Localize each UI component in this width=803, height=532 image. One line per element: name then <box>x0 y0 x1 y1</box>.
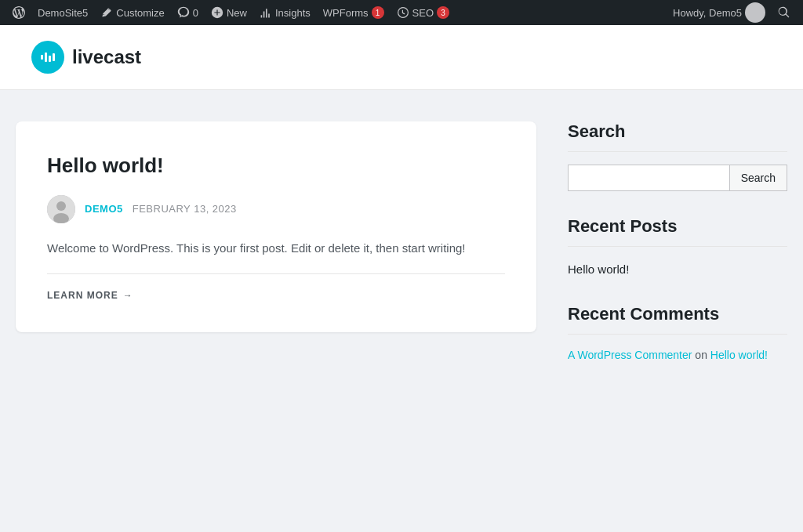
admin-search-button[interactable] <box>772 0 797 25</box>
insights-button[interactable]: Insights <box>253 0 317 25</box>
comments-count: 0 <box>193 7 198 19</box>
recent-posts-widget: Recent Posts Hello world! <box>568 216 787 279</box>
recent-comments-widget: Recent Comments A WordPress Commenter on… <box>568 304 787 364</box>
site-header: livecast <box>0 25 803 90</box>
learn-more-link[interactable]: LEARN MORE → <box>47 290 505 301</box>
search-widget-title: Search <box>568 121 787 152</box>
site-name-label: DemoSite5 <box>38 7 88 19</box>
recent-posts-title: Recent Posts <box>568 216 787 247</box>
wpforms-badge: 1 <box>372 6 384 19</box>
post-date: FEBRUARY 13, 2023 <box>133 203 237 215</box>
primary-column: Hello world! DEMO5 FEBRUARY 13, 2023 Wel… <box>16 121 536 332</box>
commenter-link[interactable]: A WordPress Commenter <box>568 349 692 361</box>
logo-text: livecast <box>72 46 141 68</box>
recent-post-link[interactable]: Hello world! <box>568 259 787 279</box>
recent-posts-list: Hello world! <box>568 259 787 279</box>
comments-button[interactable]: 0 <box>171 0 205 25</box>
seo-button[interactable]: SEO 3 <box>391 0 456 25</box>
site-logo[interactable]: livecast <box>31 41 772 74</box>
admin-bar: DemoSite5 Customize 0 New Insights WPFor… <box>0 0 803 25</box>
search-widget: Search Search <box>568 121 787 191</box>
wpforms-label: WPForms <box>323 7 369 19</box>
new-content-button[interactable]: New <box>205 0 253 25</box>
customize-button[interactable]: Customize <box>94 0 170 25</box>
seo-badge: 3 <box>437 6 449 19</box>
howdy-button[interactable]: Howdy, Demo5 <box>667 0 772 25</box>
recent-comment-item: A WordPress Commenter on Hello world! <box>568 347 787 364</box>
wpforms-button[interactable]: WPForms 1 <box>317 0 391 25</box>
learn-more-label: LEARN MORE <box>47 290 118 301</box>
search-input[interactable] <box>568 165 729 191</box>
wp-logo-button[interactable] <box>6 0 31 25</box>
customize-label: Customize <box>116 7 164 19</box>
comment-post-link[interactable]: Hello world! <box>710 349 768 361</box>
svg-rect-3 <box>49 56 51 62</box>
svg-rect-4 <box>53 53 55 61</box>
seo-label: SEO <box>412 7 434 19</box>
svg-rect-1 <box>41 55 43 60</box>
post-meta: DEMO5 FEBRUARY 13, 2023 <box>47 195 505 223</box>
post-author[interactable]: DEMO5 <box>85 203 123 215</box>
author-avatar <box>47 195 75 223</box>
sidebar: Search Search Recent Posts Hello world! … <box>568 121 787 389</box>
search-button[interactable]: Search <box>729 165 787 191</box>
new-label: New <box>227 7 247 19</box>
svg-point-6 <box>56 201 66 211</box>
insights-label: Insights <box>275 7 311 19</box>
logo-icon <box>31 41 64 74</box>
recent-comments-list: A WordPress Commenter on Hello world! <box>568 347 787 364</box>
post-card: Hello world! DEMO5 FEBRUARY 13, 2023 Wel… <box>16 121 536 332</box>
search-form: Search <box>568 165 787 191</box>
main-content: Hello world! DEMO5 FEBRUARY 13, 2023 Wel… <box>0 90 803 420</box>
admin-bar-right: Howdy, Demo5 <box>667 0 797 25</box>
post-excerpt: Welcome to WordPress. This is your first… <box>47 239 505 274</box>
site-name-button[interactable]: DemoSite5 <box>31 0 94 25</box>
recent-comments-title: Recent Comments <box>568 304 787 335</box>
arrow-icon: → <box>123 290 133 301</box>
site-wrapper: livecast Hello world! DEMO5 FEBRUARY <box>0 25 803 532</box>
user-avatar <box>745 2 765 23</box>
post-title: Hello world! <box>47 153 505 179</box>
howdy-label: Howdy, Demo5 <box>673 7 742 19</box>
svg-rect-2 <box>45 52 47 62</box>
